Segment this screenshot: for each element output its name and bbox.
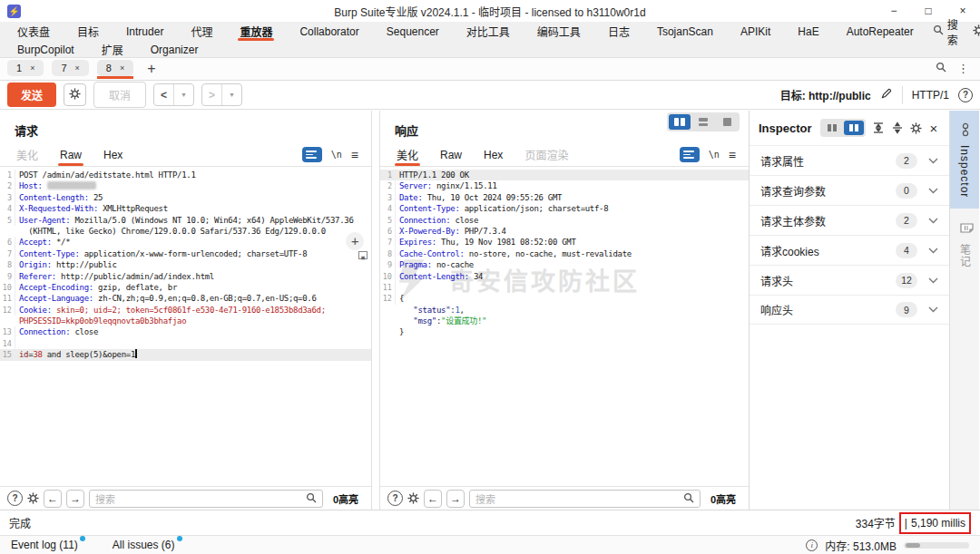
response-editor[interactable]: 奇安信攻防社区 1HTTP/1.1 200 OK2Server: nginx/1… bbox=[380, 167, 749, 486]
main-tab-TsojanScan[interactable]: TsojanScan bbox=[643, 22, 727, 41]
layout-rows-button[interactable] bbox=[692, 114, 714, 130]
close-tab-icon[interactable]: × bbox=[120, 63, 124, 73]
side-tab-inspector[interactable]: Inspector bbox=[950, 111, 979, 209]
pretty-print-toggle-icon[interactable] bbox=[680, 147, 700, 162]
main-tab-日志[interactable]: 日志 bbox=[594, 22, 643, 41]
history-back-button[interactable]: < ▼ bbox=[153, 83, 194, 106]
main-tab-对比工具[interactable]: 对比工具 bbox=[453, 22, 524, 41]
editor-line[interactable]: PHPSESSID=kkp0ob9leqqnovta0b3bhafjao bbox=[0, 316, 371, 326]
chevron-down-icon[interactable] bbox=[928, 158, 938, 164]
send-button[interactable]: 发送 bbox=[7, 83, 56, 107]
prev-match-button[interactable]: ← bbox=[44, 490, 62, 508]
prev-match-button[interactable]: ← bbox=[424, 490, 442, 508]
inspector-section-响应头[interactable]: 响应头9 bbox=[750, 295, 949, 325]
repeater-tab-1[interactable]: 1× bbox=[7, 60, 44, 79]
editor-line[interactable]: 3Date: Thu, 10 Oct 2024 09:55:26 GMT bbox=[380, 192, 749, 203]
editor-line[interactable]: 11 bbox=[380, 282, 749, 293]
editor-line[interactable]: 8Origin: http://public bbox=[0, 259, 371, 270]
main-tab-目标[interactable]: 目标 bbox=[64, 22, 113, 41]
response-view-tab-Hex[interactable]: Hex bbox=[473, 143, 514, 166]
editor-line[interactable]: 2Server: nginx/1.15.11 bbox=[380, 180, 749, 191]
close-tab-icon[interactable]: × bbox=[75, 63, 80, 73]
editor-line[interactable]: 10Content-Length: 34 bbox=[380, 271, 749, 282]
chevron-down-icon[interactable] bbox=[928, 306, 938, 313]
search-help-icon[interactable]: ? bbox=[7, 491, 23, 506]
back-dropdown-icon[interactable]: ▼ bbox=[173, 84, 193, 105]
editor-menu-icon[interactable]: ≡ bbox=[351, 148, 358, 162]
editor-line[interactable]: 12{ bbox=[380, 293, 749, 304]
inspector-section-请求头[interactable]: 请求头12 bbox=[750, 265, 949, 295]
inspector-section-请求查询参数[interactable]: 请求查询参数0 bbox=[750, 175, 949, 205]
editor-menu-icon[interactable]: ≡ bbox=[729, 148, 736, 162]
search-help-icon[interactable]: ? bbox=[387, 491, 403, 506]
main-tab-APIKit[interactable]: APIKit bbox=[727, 22, 784, 41]
minimize-button[interactable]: − bbox=[877, 5, 911, 17]
event-log-tab[interactable]: Event log (11) bbox=[11, 539, 85, 551]
secondary-tab-BurpCopilot[interactable]: BurpCopilot bbox=[4, 44, 88, 56]
editor-line[interactable]: 5Connection: close bbox=[380, 215, 749, 226]
main-tab-Intruder[interactable]: Intruder bbox=[113, 22, 177, 41]
next-match-button[interactable]: → bbox=[66, 490, 84, 508]
global-search-button[interactable]: 搜索 bbox=[927, 16, 964, 47]
response-view-tab-Raw[interactable]: Raw bbox=[429, 143, 473, 166]
inspector-close-icon[interactable]: × bbox=[930, 121, 938, 136]
secondary-tab-扩展[interactable]: 扩展 bbox=[88, 42, 137, 57]
editor-line[interactable]: 1POST /admin/ad/editstate.html HTTP/1.1 bbox=[0, 170, 371, 180]
editor-line[interactable]: 7Content-Type: application/x-www-form-ur… bbox=[0, 248, 371, 259]
main-tab-HaE[interactable]: HaE bbox=[784, 22, 832, 41]
main-tab-AutoRepeater[interactable]: AutoRepeater bbox=[833, 22, 927, 41]
layout-columns-button[interactable] bbox=[669, 114, 691, 130]
show-newlines-toggle[interactable]: \n bbox=[331, 150, 342, 160]
all-issues-tab[interactable]: All issues (6) bbox=[113, 539, 182, 551]
editor-line[interactable]: 9Pragma: no-cache bbox=[380, 259, 749, 270]
request-view-tab-Hex[interactable]: Hex bbox=[93, 143, 133, 166]
panel-splitter[interactable] bbox=[371, 111, 380, 510]
tab-search-icon[interactable] bbox=[936, 60, 946, 76]
chevron-down-icon[interactable] bbox=[928, 277, 938, 284]
repeater-tab-8[interactable]: 8× bbox=[97, 60, 133, 79]
layout-single-button[interactable] bbox=[716, 114, 738, 130]
close-tab-icon[interactable]: × bbox=[30, 63, 34, 73]
main-tab-重放器[interactable]: 重放器 bbox=[226, 22, 286, 41]
global-settings-button[interactable]: 设置 bbox=[967, 16, 980, 47]
response-view-tab-美化[interactable]: 美化 bbox=[386, 143, 429, 166]
editor-line[interactable]: 3Content-Length: 25 bbox=[0, 192, 371, 203]
search-settings-icon[interactable] bbox=[27, 492, 39, 504]
editor-line[interactable]: 8Cache-Control: no-store, no-cache, must… bbox=[380, 248, 749, 259]
editor-line[interactable]: 2Host: bbox=[0, 180, 371, 191]
next-match-button[interactable]: → bbox=[446, 490, 465, 508]
inspector-section-请求属性[interactable]: 请求属性2 bbox=[750, 145, 949, 175]
main-tab-Collaborator[interactable]: Collaborator bbox=[286, 22, 372, 41]
editor-line[interactable]: 6X-Powered-By: PHP/7.3.4 bbox=[380, 226, 749, 237]
editor-line[interactable]: 9Referer: http://public/admin/ad/index.h… bbox=[0, 271, 371, 282]
editor-line[interactable]: 14 bbox=[0, 338, 371, 349]
secondary-tab-Organizer[interactable]: Organizer bbox=[137, 44, 212, 56]
protocol-selector[interactable]: HTTP/1 bbox=[912, 89, 949, 102]
inspector-list-view-button[interactable] bbox=[822, 121, 842, 135]
editor-line[interactable]: 4Content-Type: application/json; charset… bbox=[380, 203, 749, 214]
inspector-settings-icon[interactable] bbox=[910, 122, 922, 134]
cancel-button[interactable]: 取消 bbox=[93, 82, 146, 108]
chevron-down-icon[interactable] bbox=[928, 218, 938, 224]
collapse-all-icon[interactable] bbox=[891, 121, 904, 134]
editor-line[interactable]: "msg":"设置成功!" bbox=[380, 316, 749, 326]
pretty-print-toggle-icon[interactable] bbox=[302, 147, 322, 162]
editor-line[interactable]: 1HTTP/1.1 200 OK bbox=[380, 170, 749, 180]
side-tab-notes[interactable]: 笔记 bbox=[950, 209, 979, 278]
editor-line[interactable]: 5User-Agent: Mozilla/5.0 (Windows NT 10.… bbox=[0, 215, 371, 226]
editor-line[interactable]: 11Accept-Language: zh-CN,zh;q=0.9,en;q=0… bbox=[0, 293, 371, 304]
search-settings-icon[interactable] bbox=[407, 492, 419, 504]
inspector-panel-view-button[interactable] bbox=[844, 121, 864, 135]
edit-target-icon[interactable] bbox=[880, 87, 893, 103]
tab-more-icon[interactable]: ⋮ bbox=[957, 62, 969, 75]
editor-line[interactable]: "status":1, bbox=[380, 305, 749, 316]
request-editor[interactable]: + ▦ 1POST /admin/ad/editstate.html HTTP/… bbox=[0, 167, 371, 486]
editor-line[interactable]: 15id=38 and sleep(5)&open=1 bbox=[0, 349, 371, 360]
inspector-section-请求cookies[interactable]: 请求cookies4 bbox=[750, 235, 949, 265]
chevron-down-icon[interactable] bbox=[928, 248, 938, 254]
request-view-tab-美化[interactable]: 美化 bbox=[5, 143, 49, 166]
editor-line[interactable]: (KHTML, like Gecko) Chrome/129.0.0.0 Saf… bbox=[0, 226, 371, 237]
repeater-tab-7[interactable]: 7× bbox=[52, 60, 88, 79]
expand-all-icon[interactable] bbox=[872, 121, 885, 134]
editor-line[interactable]: 12Cookie: skin=0; uid=2; token=5cf0861f-… bbox=[0, 305, 371, 316]
